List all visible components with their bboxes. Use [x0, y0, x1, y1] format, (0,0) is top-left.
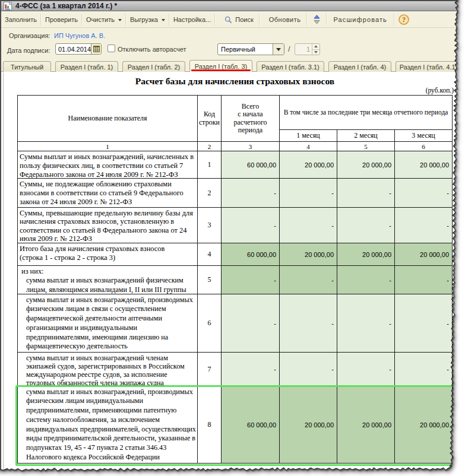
dropdown-arrow-icon	[118, 19, 122, 21]
tab-razdel1-tabl1[interactable]: Раздел I (табл. 1)	[55, 61, 118, 72]
value-cell[interactable]: -	[395, 353, 453, 386]
report-units: (руб.коп.)	[17, 87, 454, 94]
chevron-up-icon	[314, 45, 318, 47]
calendar-button[interactable]	[91, 44, 101, 54]
value-cell[interactable]: 20 000,00	[337, 151, 395, 179]
row8-highlight-box	[15, 385, 457, 466]
search-icon	[224, 16, 232, 24]
value-cell[interactable]: -	[337, 266, 395, 294]
organization-link[interactable]: ИП Чугунов А. В.	[54, 32, 105, 39]
value-cell[interactable]: 60 000,00	[222, 243, 280, 266]
correction-number-input[interactable]: 1	[295, 43, 320, 55]
tab-razdel1-tabl3-1[interactable]: Раздел I (табл. 3.1)	[257, 61, 324, 72]
spin-down-button[interactable]	[312, 50, 320, 55]
window-titlebar[interactable]: 4-ФСС (за 1 квартал 2014 г.) *	[1, 1, 465, 11]
row-name-cell: Суммы выплат и иных вознаграждений, начи…	[18, 151, 198, 179]
row-name-cell: Суммы, не подлежащие обложению страховым…	[18, 179, 198, 208]
check-button[interactable]: Проверить	[42, 13, 81, 26]
spinner-buttons	[312, 44, 320, 55]
form-area: Заполнить Проверить Очистить Выгрузка На…	[1, 12, 465, 72]
value-cell[interactable]: 20 000,00	[337, 243, 395, 266]
export-button[interactable]: Выгрузка	[127, 13, 168, 26]
tab-razdel1-tabl2[interactable]: Раздел I (табл. 2)	[122, 61, 185, 72]
row-name-prefix: из них:	[21, 267, 196, 277]
header-month-2: 2 месяц	[337, 130, 395, 142]
value-cell[interactable]: 20 000,00	[395, 243, 453, 266]
toolbar-separator	[125, 14, 126, 26]
disable-autocalc-checkbox[interactable]	[107, 45, 115, 52]
row-code-cell: 1	[198, 151, 222, 179]
value-cell[interactable]: -	[395, 208, 453, 243]
value-cell[interactable]: 20 000,00	[280, 243, 337, 266]
table-row: Итого база для начисления страховых взно…	[18, 243, 453, 266]
value-cell[interactable]: 60 000,00	[222, 151, 280, 179]
search-button[interactable]: Поиск	[220, 13, 258, 26]
decrypt-button[interactable]: Расшифровать	[328, 13, 393, 26]
value-cell[interactable]: -	[337, 208, 395, 243]
value-cell[interactable]: -	[395, 266, 453, 294]
report-kind-dropdown-button[interactable]	[273, 44, 284, 55]
header-month-1: 1 месяц	[280, 130, 337, 142]
toolbar: Заполнить Проверить Очистить Выгрузка На…	[1, 12, 465, 28]
tab-razdel1-tabl3[interactable]: Раздел I (табл. 3)	[189, 60, 252, 72]
fill-button[interactable]: Заполнить	[2, 13, 40, 26]
toolbar-separator	[394, 14, 395, 26]
column-number: 2	[198, 142, 222, 151]
value-cell[interactable]: -	[280, 179, 337, 208]
toolbar-separator	[306, 14, 308, 26]
value-cell[interactable]: -	[337, 179, 395, 208]
row-name-clip: Суммы выплат и иных вознаграждений, начи…	[20, 153, 196, 178]
value-cell[interactable]: -	[395, 294, 453, 353]
spin-up-button[interactable]	[312, 44, 320, 50]
table-row: Суммы выплат и иных вознаграждений, начи…	[18, 151, 453, 179]
help-icon: ?	[398, 14, 409, 25]
table-header-row: Наименование показателя Код строки Всего…	[18, 96, 453, 130]
value-cell[interactable]: -	[280, 294, 337, 353]
toolbar-separator	[40, 14, 42, 26]
report-document-icon	[4, 2, 12, 11]
value-cell[interactable]: -	[280, 208, 337, 243]
refresh-button[interactable]: Обновить	[264, 13, 306, 26]
header-code: Код строки	[198, 96, 222, 142]
table-row: сумма выплат и иных вознаграждений члена…	[18, 353, 453, 386]
value-cell[interactable]: -	[222, 353, 280, 386]
row-code-cell: 7	[198, 353, 222, 386]
date-value[interactable]: 01.04.2014	[56, 44, 91, 54]
table-colnum-row: 1 2 3 4 5 6	[18, 142, 453, 151]
value-cell[interactable]: -	[222, 266, 280, 294]
tab-titulny[interactable]: Титульный	[3, 61, 51, 72]
value-cell[interactable]: -	[395, 179, 453, 208]
tabstrip: Титульный Раздел I (табл. 1) Раздел I (т…	[1, 59, 465, 72]
column-number: 6	[395, 142, 453, 151]
value-cell[interactable]: -	[222, 294, 280, 353]
row-name-clip: Суммы, превышающие предельную величину б…	[20, 209, 196, 243]
row-code-cell: 2	[198, 179, 222, 208]
panel-edge	[3, 72, 4, 469]
calendar-icon	[93, 46, 100, 52]
value-cell[interactable]: -	[337, 294, 395, 353]
row-name-cell: Итого база для начисления страховых взно…	[18, 243, 198, 266]
tab-razdel1-tabl4-1[interactable]: Раздел I (табл. 4.1)	[396, 61, 461, 72]
value-cell[interactable]: 20 000,00	[395, 151, 453, 179]
date-input[interactable]: 01.04.2014	[55, 43, 102, 55]
correction-number-value: 1	[295, 44, 312, 55]
table-row: Суммы, превышающие предельную величину б…	[18, 208, 453, 243]
row-name-clip: Итого база для начисления страховых взно…	[20, 245, 196, 265]
row-name-cell: Суммы, превышающие предельную величину б…	[18, 208, 198, 243]
clear-button[interactable]: Очистить	[83, 13, 125, 26]
toolbar-separator	[214, 14, 216, 26]
settings-button[interactable]: Настройка...	[170, 13, 214, 26]
value-cell[interactable]: -	[222, 208, 280, 243]
value-cell[interactable]: -	[280, 266, 337, 294]
help-button[interactable]: ?	[396, 13, 412, 26]
column-number: 5	[337, 142, 395, 151]
expand-collapse-button[interactable]	[308, 13, 325, 26]
spreadsheet-area: Расчет базы для начисления страховых взн…	[1, 72, 465, 469]
value-cell[interactable]: 20 000,00	[280, 151, 337, 179]
value-cell[interactable]: -	[337, 353, 395, 386]
column-number: 1	[18, 142, 198, 151]
value-cell[interactable]: -	[222, 179, 280, 208]
report-kind-select[interactable]: Первичный	[217, 43, 284, 55]
value-cell[interactable]: -	[280, 353, 337, 386]
tab-razdel1-tabl4[interactable]: Раздел I (табл. 4)	[328, 61, 391, 72]
